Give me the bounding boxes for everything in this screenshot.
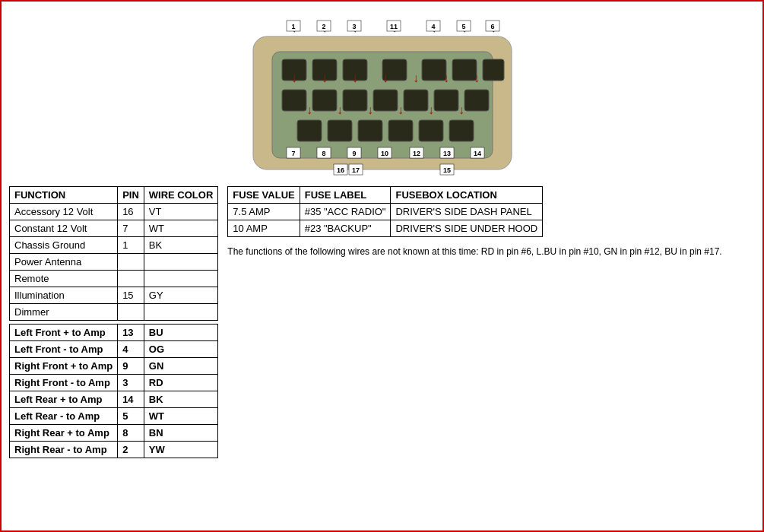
table-row: Left Rear - to Amp 5 WT	[10, 408, 218, 425]
table-row: Chassis Ground 1 BK	[10, 237, 218, 254]
svg-text:7: 7	[291, 150, 295, 157]
main-table: FUNCTION PIN WIRE COLOR Accessory 12 Vol…	[9, 186, 218, 458]
pin-cell: 9	[118, 358, 144, 375]
wire-color-cell	[144, 254, 218, 271]
svg-text:↓: ↓	[382, 71, 388, 84]
pin-cell: 7	[118, 220, 144, 237]
svg-text:17: 17	[351, 166, 359, 174]
svg-text:1: 1	[291, 23, 295, 30]
svg-rect-15	[464, 90, 489, 111]
svg-text:↓: ↓	[428, 103, 434, 116]
pin-cell: 15	[118, 287, 144, 304]
wire-color-cell: YW	[144, 442, 218, 458]
svg-text:↓: ↓	[367, 103, 373, 116]
svg-text:10: 10	[380, 150, 388, 157]
svg-text:3: 3	[352, 23, 356, 30]
pin-cell	[118, 254, 144, 271]
connector-diagram: ↓ ↓ ↓ ↓ ↓ ↓ ↓ ↓ ↓ ↓ ↓ ↓ ↓ ↓ ↓ ↓ ↓ ↓ ↓ ↓ …	[9, 15, 755, 179]
svg-text:↓: ↓	[413, 71, 419, 84]
pin-cell: 16	[118, 204, 144, 220]
note-text: The functions of the following wires are…	[227, 245, 755, 258]
svg-rect-18	[358, 120, 382, 141]
function-header: FUNCTION	[10, 187, 118, 204]
fuse-location-cell: DRIVER'S SIDE DASH PANEL	[391, 204, 543, 220]
fuse-location-cell: DRIVER'S SIDE UNDER HOOD	[391, 220, 543, 237]
wire-color-cell: WT	[144, 408, 218, 425]
pin-cell: 4	[118, 341, 144, 358]
function-cell: Illumination	[10, 287, 118, 304]
svg-text:16: 16	[336, 166, 344, 174]
fuse-label-cell: #23 "BACKUP"	[300, 220, 391, 237]
table-row: Right Front + to Amp 9 GN	[10, 358, 218, 375]
svg-text:9: 9	[352, 150, 356, 157]
wire-color-cell	[144, 271, 218, 287]
function-cell: Dimmer	[10, 304, 118, 321]
svg-text:2: 2	[322, 23, 325, 30]
connector-svg: ↓ ↓ ↓ ↓ ↓ ↓ ↓ ↓ ↓ ↓ ↓ ↓ ↓ ↓ ↓ ↓ ↓ ↓ ↓ ↓ …	[230, 15, 534, 179]
function-cell: Left Front - to Amp	[10, 341, 118, 358]
pin-cell: 13	[118, 325, 144, 341]
table-row: Left Rear + to Amp 14 BK	[10, 391, 218, 408]
table-row: Left Front + to Amp 13 BU	[10, 325, 218, 341]
table-row: Left Front - to Amp 4 OG	[10, 341, 218, 358]
pin-cell: 2	[118, 442, 144, 458]
fuse-table-row: 10 AMP #23 "BACKUP" DRIVER'S SIDE UNDER …	[228, 220, 543, 237]
svg-text:↓: ↓	[398, 103, 404, 116]
svg-text:14: 14	[473, 150, 480, 157]
wire-color-cell: BK	[144, 237, 218, 254]
function-cell: Remote	[10, 271, 118, 287]
svg-text:↓: ↓	[352, 71, 358, 84]
wire-color-header: WIRE COLOR	[144, 187, 218, 204]
pin-header: PIN	[118, 187, 144, 204]
function-cell: Right Front + to Amp	[10, 358, 118, 375]
svg-text:↓: ↓	[458, 103, 464, 116]
svg-text:↓: ↓	[443, 71, 449, 84]
table-row: Dimmer	[10, 304, 218, 321]
svg-rect-16	[297, 120, 322, 141]
svg-rect-10	[312, 90, 337, 111]
svg-text:6: 6	[490, 23, 494, 30]
svg-rect-13	[404, 90, 428, 111]
function-cell: Chassis Ground	[10, 237, 118, 254]
pin-cell: 5	[118, 408, 144, 425]
pin-cell	[118, 304, 144, 321]
function-cell: Right Rear - to Amp	[10, 442, 118, 458]
function-cell: Left Rear + to Amp	[10, 391, 118, 408]
wire-color-cell: GY	[144, 287, 218, 304]
table-row: Power Antenna	[10, 254, 218, 271]
svg-text:8: 8	[322, 150, 325, 157]
pin-cell: 14	[118, 391, 144, 408]
wire-color-cell: BK	[144, 391, 218, 408]
wire-color-cell: OG	[144, 341, 218, 358]
table-row: Remote	[10, 271, 218, 287]
svg-rect-11	[343, 90, 367, 111]
function-cell: Left Rear - to Amp	[10, 408, 118, 425]
svg-text:13: 13	[442, 150, 450, 157]
wire-color-cell: VT	[144, 204, 218, 220]
table-row: Accessory 12 Volt 16 VT	[10, 204, 218, 220]
svg-text:↓: ↓	[306, 103, 312, 116]
pin-cell	[118, 271, 144, 287]
table-row: Illumination 15 GY	[10, 287, 218, 304]
svg-text:4: 4	[431, 23, 435, 30]
svg-text:↓: ↓	[337, 103, 343, 116]
fuse-value-header: FUSE VALUE	[228, 187, 300, 204]
wire-color-cell: GN	[144, 358, 218, 375]
table-row: Right Rear - to Amp 2 YW	[10, 442, 218, 458]
svg-rect-12	[373, 90, 398, 111]
svg-text:5: 5	[461, 23, 465, 30]
svg-text:12: 12	[412, 150, 420, 157]
wire-color-cell	[144, 304, 218, 321]
pin-cell: 3	[118, 375, 144, 391]
table-row: Right Front - to Amp 3 RD	[10, 375, 218, 391]
function-cell: Right Front - to Amp	[10, 375, 118, 391]
svg-text:11: 11	[389, 23, 397, 30]
wire-color-cell: RD	[144, 375, 218, 391]
svg-rect-8	[483, 59, 504, 81]
svg-rect-20	[419, 120, 443, 141]
table-row: Constant 12 Volt 7 WT	[10, 220, 218, 237]
svg-text:15: 15	[442, 166, 450, 174]
function-cell: Power Antenna	[10, 254, 118, 271]
table-row: Right Rear + to Amp 8 BN	[10, 425, 218, 442]
fuse-table: FUSE VALUE FUSE LABEL FUSEBOX LOCATION 7…	[227, 186, 543, 237]
